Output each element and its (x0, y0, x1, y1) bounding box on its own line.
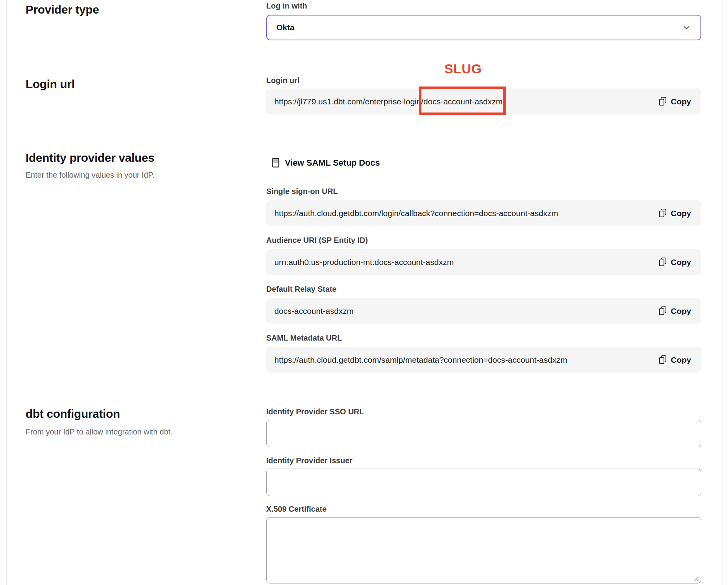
chevron-down-icon (682, 23, 691, 32)
copy-icon (659, 208, 667, 218)
docs-link-label: View SAML Setup Docs (285, 158, 380, 168)
provider-type-section-title: Provider type (26, 3, 99, 16)
copy-button-label: Copy (671, 97, 692, 106)
idp-issuer-input[interactable] (266, 469, 701, 496)
saml-metadata-url-field: https://auth.cloud.getdbt.com/samlp/meta… (266, 347, 701, 373)
right-panel-border (723, 0, 723, 585)
x509-certificate-label: X.509 Certificate (266, 505, 327, 514)
audience-uri-value: urn:auth0:us-production-mt:docs-account-… (274, 258, 454, 267)
idp-issuer-label: Identity Provider Issuer (266, 456, 352, 465)
default-relay-state-value: docs-account-asdxzm (274, 306, 354, 316)
docs-icon (272, 158, 280, 168)
default-relay-state-field: docs-account-asdxzm Copy (266, 298, 701, 324)
copy-button-label: Copy (671, 355, 692, 365)
audience-uri-copy-button[interactable]: Copy (659, 257, 692, 267)
copy-button-label: Copy (671, 258, 692, 267)
identity-provider-values-subtitle: Enter the following values in your IdP. (26, 171, 154, 180)
login-url-slug: docs-account-asdxzm (423, 97, 503, 106)
default-relay-state-label: Default Relay State (266, 285, 336, 294)
saml-metadata-url-label: SAML Metadata URL (266, 334, 342, 343)
sso-url-copy-button[interactable]: Copy (659, 208, 692, 218)
login-with-select[interactable]: Okta (266, 15, 701, 40)
copy-icon (659, 97, 667, 106)
login-with-label: Log in with (266, 2, 307, 10)
login-url-field-label: Login url (266, 76, 300, 85)
x509-certificate-field-wrap (266, 517, 701, 583)
sso-url-field: https://auth.cloud.getdbt.com/login/call… (266, 200, 701, 226)
slug-highlight-box: docs-account-asdxzm SLUG (423, 97, 503, 106)
dbt-configuration-section-title: dbt configuration (26, 407, 120, 421)
left-panel-border (6, 0, 7, 585)
copy-icon (659, 257, 667, 267)
login-with-selected-value: Okta (276, 23, 295, 32)
sso-url-label: Single sign-on URL (266, 187, 338, 196)
default-relay-state-copy-button[interactable]: Copy (659, 306, 692, 316)
login-url-prefix: https://jl779.us1.dbt.com/enterprise-log… (274, 97, 423, 106)
copy-icon (659, 306, 667, 316)
saml-metadata-url-value: https://auth.cloud.getdbt.com/samlp/meta… (274, 355, 567, 365)
audience-uri-field: urn:auth0:us-production-mt:docs-account-… (266, 249, 701, 275)
slug-annotation-label: SLUG (444, 61, 482, 76)
dbt-configuration-subtitle: From your IdP to allow integration with … (26, 428, 173, 436)
audience-uri-label: Audience URI (SP Entity ID) (266, 236, 368, 245)
login-url-copy-button[interactable]: Copy (659, 97, 692, 106)
login-url-section-title: Login url (26, 78, 75, 91)
copy-button-label: Copy (671, 306, 692, 316)
identity-provider-values-section-title: Identity provider values (26, 151, 154, 164)
saml-metadata-url-copy-button[interactable]: Copy (659, 355, 692, 365)
idp-sso-url-input[interactable] (266, 420, 701, 447)
idp-sso-url-label: Identity Provider SSO URL (266, 407, 364, 416)
sso-url-value: https://auth.cloud.getdbt.com/login/call… (274, 209, 558, 218)
copy-icon (659, 355, 667, 365)
x509-certificate-textarea[interactable] (266, 517, 701, 583)
copy-button-label: Copy (671, 209, 692, 218)
sso-settings-page: Provider type Login url Identity provide… (0, 0, 728, 585)
view-saml-setup-docs-link[interactable]: View SAML Setup Docs (272, 158, 380, 168)
login-url-field: https://jl779.us1.dbt.com/enterprise-log… (266, 88, 701, 114)
